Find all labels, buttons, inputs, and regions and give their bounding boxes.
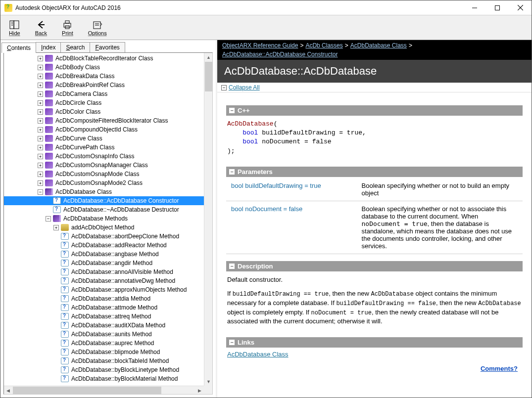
expand-icon[interactable]: + <box>38 56 43 61</box>
maximize-button[interactable] <box>486 0 509 15</box>
link-item[interactable]: AcDbDatabase Class <box>227 351 289 358</box>
hide-button[interactable]: Hide <box>2 18 27 38</box>
section-toggle-icon[interactable]: − <box>229 340 235 345</box>
scroll-thumb[interactable] <box>205 62 212 91</box>
tree-item[interactable]: +AcDbCircle Class <box>4 98 204 107</box>
back-button[interactable]: Back <box>29 18 53 38</box>
expand-icon[interactable]: + <box>38 172 43 177</box>
tree-item[interactable]: AcDbDatabase::annotativeDwg Method <box>4 276 204 285</box>
tab-favorites[interactable]: Favorites <box>90 42 125 52</box>
tree-item[interactable]: AcDbDatabase::blipmode Method <box>4 348 204 356</box>
expand-icon[interactable]: + <box>38 83 43 88</box>
expand-icon[interactable]: + <box>53 225 59 230</box>
expand-icon[interactable]: + <box>38 180 43 186</box>
options-button[interactable]: Options <box>82 18 113 38</box>
expand-icon[interactable]: + <box>38 145 43 150</box>
expand-icon[interactable]: + <box>38 74 43 79</box>
section-header-cpp: − C++ <box>226 105 523 116</box>
tree-item[interactable]: AcDbDatabase::AcDbDatabase Constructor <box>4 196 204 205</box>
tree-item[interactable]: AcDbDatabase::angdir Method <box>4 259 204 267</box>
tree-item[interactable]: AcDbDatabase::byBlockMaterial Method <box>4 374 204 383</box>
collapse-icon[interactable]: − <box>38 189 43 195</box>
collapse-toggle-icon[interactable]: − <box>221 85 227 90</box>
tree-item[interactable]: AcDbDatabase::approxNumObjects Method <box>4 285 204 294</box>
vertical-scrollbar[interactable]: ▲ ▼ <box>204 53 212 386</box>
no-expand <box>53 278 59 284</box>
expand-icon[interactable]: + <box>38 154 43 159</box>
links-body: AcDbDatabase Class <box>226 348 523 361</box>
tree-item[interactable]: AcDbDatabase::attreq Method <box>4 312 204 321</box>
expand-icon[interactable]: + <box>38 127 43 133</box>
tab-contents[interactable]: Contents <box>1 43 36 53</box>
tree-item[interactable]: +AcDbCamera Class <box>4 89 204 98</box>
tree-item[interactable]: +AcDbCurvePath Class <box>4 143 204 152</box>
tab-label: Contents <box>7 44 31 51</box>
print-button[interactable]: Print <box>55 18 80 38</box>
expand-icon[interactable]: + <box>38 118 43 124</box>
expand-icon[interactable]: + <box>38 100 43 106</box>
section-toggle-icon[interactable]: − <box>229 264 235 269</box>
section-toggle-icon[interactable]: − <box>229 169 235 175</box>
tree-item[interactable]: AcDbDatabase::auprec Method <box>4 339 204 348</box>
tool-label: Options <box>88 30 107 36</box>
tree-item[interactable]: AcDbDatabase::byBlockLinetype Method <box>4 365 204 374</box>
tree-item[interactable]: −AcDbDatabase Class <box>4 187 204 196</box>
tree-item[interactable]: +AcDbCustomOsnapMode2 Class <box>4 178 204 187</box>
expand-icon[interactable]: + <box>38 65 43 70</box>
tree-item[interactable]: +AcDbBlockTableRecordIterator Class <box>4 54 204 63</box>
tree-item[interactable]: +AcDbCustomOsnapMode Class <box>4 170 204 178</box>
tree-item[interactable]: AcDbDatabase::abortDeepClone Method <box>4 232 204 241</box>
section-title: Description <box>238 263 273 270</box>
tree-item[interactable]: AcDbDatabase::addReactor Method <box>4 241 204 250</box>
breadcrumb-link[interactable]: AcDbDatabase::AcDbDatabase Constructor <box>222 51 338 58</box>
collapse-icon[interactable]: − <box>46 216 51 221</box>
tab-search[interactable]: Search <box>60 42 90 52</box>
tree-label: AcDbCustomOsnapInfo Class <box>54 153 135 160</box>
tree-label: AcDbBreakPointRef Class <box>54 82 126 88</box>
tree-item[interactable]: +AcDbBreakPointRef Class <box>4 81 204 89</box>
scroll-down-icon[interactable]: ▼ <box>204 377 213 386</box>
tree-item[interactable]: +AcDbCustomOsnapManager Class <box>4 161 204 170</box>
tree-item[interactable]: AcDbDatabase::blockTableId Method <box>4 356 204 365</box>
svg-rect-1 <box>495 5 500 10</box>
collapse-all-link[interactable]: Collapse All <box>229 84 260 91</box>
scroll-up-icon[interactable]: ▲ <box>204 53 213 61</box>
tree-item[interactable]: +AcDbBody Class <box>4 63 204 72</box>
content-scroll[interactable]: − C++ AcDbDatabase( bool buildDefaultDra… <box>217 92 532 398</box>
horizontal-scrollbar[interactable]: ◀ ▶ <box>4 386 204 394</box>
tree-label: AcDbDatabase Class <box>54 188 113 195</box>
tree-item[interactable]: AcDbDatabase::~AcDbDatabase Destructor <box>4 205 204 214</box>
tab-index[interactable]: Index <box>36 42 61 52</box>
tree-item[interactable]: AcDbDatabase::aunits Method <box>4 330 204 339</box>
breadcrumb-link[interactable]: AcDbDatabase Class <box>350 42 407 49</box>
expand-icon[interactable]: + <box>38 109 43 115</box>
tree-item[interactable]: AcDbDatabase::attdia Method <box>4 294 204 303</box>
breadcrumb-link[interactable]: AcDb Classes <box>305 42 342 49</box>
close-button[interactable] <box>509 0 532 15</box>
minimize-button[interactable] <box>463 0 486 15</box>
expand-icon[interactable]: + <box>38 91 43 97</box>
tree-scroll[interactable]: +AcDbBlockTableRecordIterator Class+AcDb… <box>4 53 204 386</box>
section-toggle-icon[interactable]: − <box>229 108 235 113</box>
scroll-right-icon[interactable]: ▶ <box>195 386 204 395</box>
tree-item[interactable]: +addAcDbObject Method <box>4 223 204 232</box>
tree-item[interactable]: AcDbDatabase::auditXData Method <box>4 321 204 330</box>
tree-item[interactable]: −AcDbDatabase Methods <box>4 214 204 223</box>
tree-item[interactable]: +AcDbBreakData Class <box>4 72 204 81</box>
tree-item[interactable]: AcDbDatabase::angbase Method <box>4 250 204 259</box>
scroll-left-icon[interactable]: ◀ <box>4 386 12 395</box>
tree-item[interactable]: AcDbDatabase::annoAllVisible Method <box>4 267 204 276</box>
tree-item[interactable]: +AcDbCustomOsnapInfo Class <box>4 152 204 161</box>
tree-item[interactable]: +AcDbCurve Class <box>4 134 204 143</box>
tree-item[interactable]: +AcDbCompositeFilteredBlockIterator Clas… <box>4 116 204 125</box>
expand-icon[interactable]: + <box>38 136 43 141</box>
tree-item[interactable]: +AcDbCompoundObjectId Class <box>4 125 204 134</box>
class-icon <box>45 108 53 115</box>
tree-item[interactable]: +AcDbColor Class <box>4 107 204 116</box>
tree-label: AcDbDatabase::attmode Method <box>70 304 158 311</box>
expand-icon[interactable]: + <box>38 163 43 168</box>
scroll-thumb-h[interactable] <box>13 387 161 394</box>
comments-link[interactable]: Comments? <box>481 365 518 372</box>
tree-item[interactable]: AcDbDatabase::attmode Method <box>4 303 204 312</box>
breadcrumb-link[interactable]: ObjectARX Reference Guide <box>222 42 298 49</box>
